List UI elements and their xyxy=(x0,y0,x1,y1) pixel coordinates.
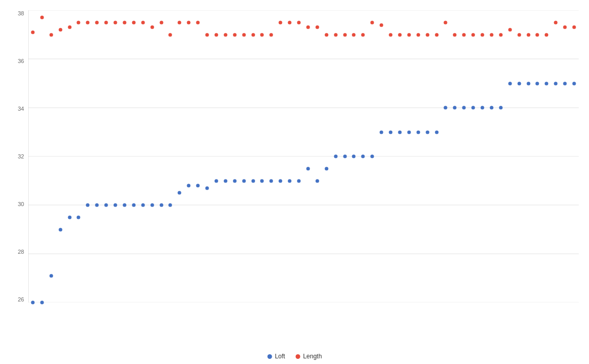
y-label-38: 38 xyxy=(18,10,24,16)
y-label-36: 36 xyxy=(18,58,24,64)
chart-container: 38 36 34 32 30 28 26 Bridgestone JGRCall… xyxy=(0,0,589,364)
legend-length: Length xyxy=(295,353,322,360)
y-label-32: 32 xyxy=(18,153,24,159)
y-label-34: 34 xyxy=(18,106,24,112)
y-axis: 38 36 34 32 30 28 26 xyxy=(0,10,28,302)
y-label-26: 26 xyxy=(18,296,24,302)
y-label-28: 28 xyxy=(18,249,24,255)
loft-legend-label: Loft xyxy=(275,353,285,360)
loft-legend-dot xyxy=(267,354,272,359)
chart-svg xyxy=(28,10,579,302)
length-legend-dot xyxy=(295,354,300,359)
length-legend-label: Length xyxy=(303,353,322,360)
legend: Loft Length xyxy=(267,353,322,360)
legend-loft: Loft xyxy=(267,353,285,360)
x-axis: Bridgestone JGRCallaway EPIC StarCallawa… xyxy=(28,300,579,346)
y-label-30: 30 xyxy=(18,201,24,207)
